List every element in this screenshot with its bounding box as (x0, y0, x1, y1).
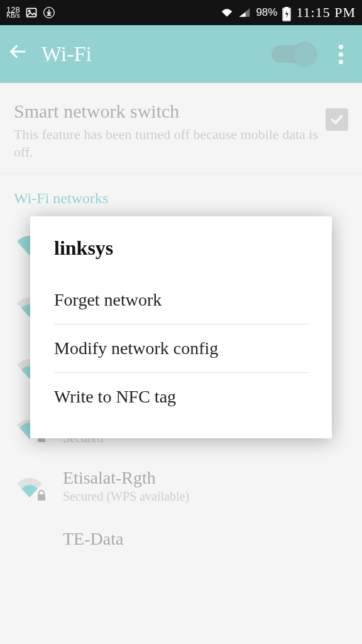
status-bar: 128 KB/s 98% 11:15 PM (0, 0, 362, 25)
status-right: 98% 11:15 PM (221, 4, 356, 21)
battery-charging-icon (282, 6, 291, 19)
network-context-dialog: linksys Forget network Modify network co… (30, 216, 332, 438)
svg-point-1 (28, 10, 30, 12)
modify-network-config-option[interactable]: Modify network config (54, 325, 308, 372)
forget-network-option[interactable]: Forget network (54, 276, 308, 324)
wifi-status-icon (221, 6, 233, 19)
dialog-title: linksys (54, 236, 308, 260)
battery-percentage: 98% (256, 6, 277, 19)
speed-unit: KB/s (6, 13, 19, 18)
clock-time: 11:15 PM (296, 4, 356, 21)
cell-signal-icon (238, 6, 251, 19)
download-icon (43, 6, 55, 19)
image-icon (25, 6, 38, 19)
network-speed: 128 KB/s (6, 7, 20, 18)
write-to-nfc-tag-option[interactable]: Write to NFC tag (54, 373, 308, 421)
status-left: 128 KB/s (6, 6, 55, 19)
svg-rect-4 (285, 7, 288, 9)
